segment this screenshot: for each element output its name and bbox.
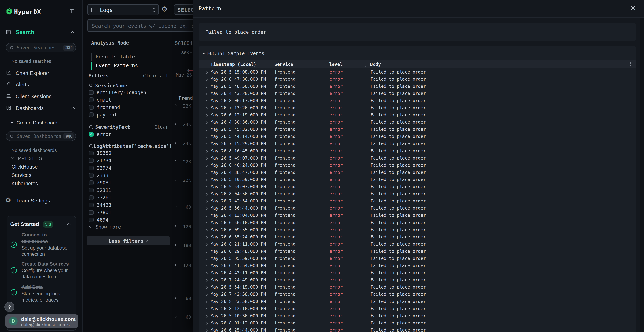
sample-event-row[interactable]: May 26 6:47:36.000 PM frontend error Fai… [198, 76, 636, 83]
search-icon[interactable] [89, 125, 93, 129]
expand-chevron-icon[interactable] [205, 128, 208, 131]
expand-chevron-icon[interactable] [205, 272, 208, 275]
sample-event-row[interactable]: May 26 5:05:59.000 PM frontend error Fai… [198, 255, 636, 262]
expand-chevron-icon[interactable] [205, 164, 208, 167]
column-header-service[interactable]: Service [268, 62, 325, 67]
checkbox[interactable] [89, 218, 94, 222]
expand-chevron-icon[interactable] [205, 114, 208, 117]
checkbox[interactable] [89, 112, 94, 117]
sidebar-item-team-settings[interactable]: ⚙ Team Settings [0, 197, 82, 205]
pattern-trend-row[interactable]: 180 [172, 243, 193, 248]
pattern-trend-row[interactable]: 24K [172, 122, 193, 127]
sample-event-row[interactable]: May 26 7:42:50.000 PM frontend error Fai… [198, 291, 636, 298]
sample-event-row[interactable]: May 26 6:41:54.000 PM frontend error Fai… [198, 262, 636, 269]
expand-chevron-icon[interactable] [205, 243, 208, 246]
expand-chevron-icon[interactable] [205, 71, 208, 74]
pattern-trend-row[interactable]: 120 [172, 263, 193, 268]
checkbox[interactable] [89, 195, 94, 200]
sample-event-row[interactable]: May 26 5:49:07.000 PM frontend error Fai… [198, 154, 636, 162]
sample-event-row[interactable]: May 26 8:21:11.000 PM frontend error Fai… [198, 240, 636, 248]
filter-option[interactable]: email [84, 96, 172, 104]
column-header-timestamp[interactable]: Timestamp (Local) [210, 62, 268, 67]
table-options-icon[interactable] [630, 62, 631, 66]
analysis-mode-results-table[interactable]: Results Table [96, 54, 135, 60]
sample-event-row[interactable]: May 26 8:01:12.000 PM frontend error Fai… [198, 319, 636, 326]
sidebar-item-dashboards[interactable]: Dashboards [0, 104, 82, 112]
sample-event-row[interactable]: May 26 5:54:03.000 PM frontend error Fai… [198, 183, 636, 190]
filter-option[interactable]: 19350 [84, 149, 172, 157]
expand-chevron-icon[interactable] [205, 322, 208, 325]
expand-chevron-icon[interactable] [205, 78, 208, 81]
checkbox[interactable] [89, 180, 94, 185]
sample-event-row[interactable]: May 26 4:30:36.000 PM frontend error Fai… [198, 118, 636, 126]
sample-event-row[interactable]: May 26 8:16:45.000 PM frontend error Fai… [198, 147, 636, 154]
expand-chevron-icon[interactable] [205, 107, 208, 110]
sample-event-row[interactable]: May 26 6:29:48.000 PM frontend error Fai… [198, 248, 636, 255]
sample-event-row[interactable]: May 26 8:23:58.000 PM frontend error Fai… [198, 298, 636, 305]
filter-option[interactable]: 4894 [84, 216, 172, 224]
expand-chevron-icon[interactable] [205, 229, 208, 232]
filter-option[interactable]: 32311 [84, 186, 172, 194]
sample-event-row[interactable]: May 26 4:42:11.000 PM frontend error Fai… [198, 269, 636, 276]
chevron-up-icon[interactable] [67, 223, 71, 227]
expand-chevron-icon[interactable] [205, 286, 208, 289]
expand-chevron-icon[interactable] [205, 250, 208, 253]
column-header-body[interactable]: Body [366, 62, 636, 67]
sample-event-row[interactable]: May 26 4:43:20.000 PM frontend error Fai… [198, 90, 636, 97]
filter-option[interactable]: 37801 [84, 209, 172, 216]
filter-option[interactable]: 34423 [84, 202, 172, 209]
gear-icon[interactable]: ⚙ [161, 5, 168, 13]
search-icon[interactable] [89, 144, 92, 148]
checkbox[interactable] [89, 173, 94, 178]
checkbox[interactable] [89, 210, 94, 215]
filter-option[interactable]: payment [84, 111, 172, 118]
expand-chevron-icon[interactable] [205, 308, 208, 310]
expand-chevron-icon[interactable] [205, 329, 208, 332]
saved-searches-input[interactable]: Saved Searches ⌘K [6, 43, 76, 52]
expand-chevron-icon[interactable] [205, 143, 208, 146]
expand-chevron-icon[interactable] [205, 186, 208, 189]
clear-button[interactable]: Clear [154, 124, 168, 130]
filter-option[interactable]: 21734 [84, 157, 172, 164]
sample-event-row[interactable]: May 26 5:15:08.000 PM frontend error Fai… [198, 68, 636, 76]
show-more-button[interactable]: Show more [84, 224, 172, 230]
close-icon[interactable]: ✕ [630, 5, 636, 12]
sample-event-row[interactable]: May 26 7:42:54.000 PM frontend error Fai… [198, 198, 636, 205]
presets-toggle[interactable]: PRESETS [0, 155, 82, 162]
expand-chevron-icon[interactable] [205, 85, 208, 88]
collapse-sidebar-icon[interactable] [69, 8, 75, 14]
sample-event-row[interactable]: May 26 5:56:44.000 PM frontend error Fai… [198, 205, 636, 212]
filter-option[interactable]: 2333 [84, 172, 172, 179]
expand-chevron-icon[interactable] [205, 279, 208, 282]
pattern-trend-row[interactable]: 22K [172, 159, 193, 164]
filter-option[interactable]: artillery-loadgen [84, 89, 172, 96]
create-dashboard-button[interactable]: + Create Dashboard [0, 120, 82, 127]
filter-option[interactable]: frontend [84, 104, 172, 111]
sample-event-row[interactable]: May 26 8:12:10.000 PM frontend error Fai… [198, 305, 636, 312]
sample-event-row[interactable]: May 26 5:44:14.000 PM frontend error Fai… [198, 133, 636, 140]
sidebar-item-alerts[interactable]: Alerts [0, 81, 82, 89]
expand-chevron-icon[interactable] [205, 150, 208, 153]
sample-event-row[interactable]: May 26 6:35:24.000 PM frontend error Fai… [198, 233, 636, 240]
expand-chevron-icon[interactable] [205, 222, 208, 224]
preset-item-kubernetes[interactable]: Kubernetes [12, 181, 38, 186]
expand-chevron-icon[interactable] [205, 236, 208, 239]
saved-dashboards-input[interactable]: Saved Dashboards ⌘K [6, 132, 76, 141]
column-divider[interactable] [324, 62, 325, 66]
checkbox[interactable] [89, 188, 94, 192]
sidebar-item-search[interactable]: Search [0, 28, 82, 37]
sample-event-row[interactable]: May 26 8:04:56.000 PM frontend error Fai… [198, 190, 636, 198]
filter-option[interactable]: error [84, 130, 172, 138]
analysis-mode-event-patterns[interactable]: Event Patterns [96, 62, 138, 68]
user-menu[interactable]: D dale@clickhouse.com dale@clickhouse.co… [5, 314, 78, 328]
sample-event-row[interactable]: May 26 6:46:24.000 PM frontend error Fai… [198, 162, 636, 169]
expand-chevron-icon[interactable] [205, 293, 208, 296]
expand-chevron-icon[interactable] [205, 172, 208, 174]
expand-chevron-icon[interactable] [205, 121, 208, 124]
checkbox[interactable] [89, 105, 94, 110]
expand-chevron-icon[interactable] [205, 315, 208, 318]
pattern-trend-row[interactable]: 60 [172, 204, 193, 210]
expand-chevron-icon[interactable] [205, 300, 208, 304]
sample-event-row[interactable]: May 26 4:38:47.000 PM frontend error Fai… [198, 169, 636, 176]
help-button[interactable]: ? [4, 302, 14, 312]
